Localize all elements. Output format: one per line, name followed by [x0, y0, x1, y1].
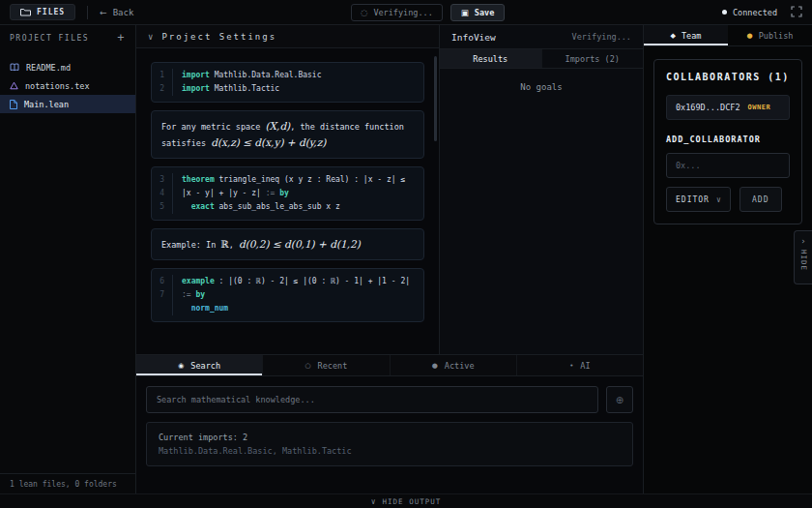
- code-text: import Mathlib.Tactic: [182, 82, 279, 96]
- add-file-button[interactable]: +: [117, 32, 126, 44]
- editor-panel: ∨ Project Settings 1import Mathlib.Data.…: [136, 25, 440, 354]
- line-number: 4: [152, 187, 173, 200]
- search-button[interactable]: ⊕: [606, 386, 633, 413]
- hide-output-label: HIDE OUTPUT: [383, 497, 442, 506]
- topbar-divider: [87, 6, 88, 19]
- infoview-status: Verifying...: [572, 32, 631, 42]
- hide-output-bar[interactable]: ∨ HIDE OUTPUT: [0, 493, 812, 508]
- team-icon: ◆: [671, 32, 676, 40]
- ai-icon: •: [569, 362, 573, 370]
- back-button[interactable]: ← Back: [100, 8, 133, 17]
- tab-label: Search: [190, 361, 220, 371]
- team-panel-content: COLLABORATORS (1) 0x169D...DCF2 OWNER AD…: [644, 46, 812, 237]
- hide-tab-label: HIDE: [799, 250, 808, 271]
- publish-icon: ●: [747, 32, 753, 40]
- prose-segment: ,: [229, 240, 239, 250]
- current-imports-box: Current imports: 2 Mathlib.Data.Real.Bas…: [146, 422, 633, 466]
- code-line: 1import Mathlib.Data.Real.Basic: [152, 69, 416, 82]
- tab-label: AI: [580, 361, 590, 371]
- code-token: import: [182, 84, 210, 93]
- line-number: 2: [152, 82, 173, 96]
- search-icon: ⊕: [616, 395, 624, 405]
- collaborator-row: 0x169D...DCF2 OWNER: [666, 95, 790, 120]
- chevron-down-icon: ∨: [148, 32, 153, 42]
- line-number: 5: [152, 200, 173, 214]
- tab-active[interactable]: ●Active: [391, 355, 517, 375]
- role-select-value: EDITOR: [676, 195, 710, 204]
- code-token: norm_num: [182, 304, 228, 313]
- file-item[interactable]: README.md: [0, 58, 135, 76]
- knowledge-tabs: ◉Search○Recent●Active•AI: [136, 355, 643, 376]
- infoview-tab-results[interactable]: Results: [440, 49, 542, 68]
- add-collaborator-button[interactable]: ADD: [740, 187, 782, 212]
- infoview-tab-imports-2-[interactable]: Imports (2): [542, 49, 644, 68]
- code-text: example : |(0 : ℝ) - 2| ≤ |(0 : ℝ) - 1| …: [182, 275, 410, 288]
- tab-recent[interactable]: ○Recent: [263, 355, 390, 375]
- hide-sidebar-tab[interactable]: › HIDE: [794, 230, 812, 284]
- code-block[interactable]: 3theorem triangle_ineq (x y z : Real) : …: [151, 166, 424, 221]
- infoview-tabs: ResultsImports (2): [440, 49, 643, 69]
- prose-segment: (X,d): [265, 120, 290, 132]
- code-token: :=: [266, 189, 276, 197]
- tab-search[interactable]: ◉Search: [136, 355, 263, 375]
- code-token: Mathlib.Data.Real.Basic: [210, 71, 322, 79]
- verifying-button[interactable]: ◌ Verifying...: [351, 4, 443, 21]
- code-line: 2import Mathlib.Tactic: [152, 82, 416, 96]
- infoview-title: InfoView: [451, 32, 496, 43]
- code-text: exact abs_sub_abs_le_abs_sub x z: [182, 200, 340, 214]
- tab-label: Active: [445, 361, 475, 371]
- infoview-header: InfoView Verifying...: [440, 25, 643, 49]
- tab-ai[interactable]: •AI: [517, 355, 643, 375]
- tab-label: Team: [682, 31, 701, 41]
- collaborator-address: 0x169D...DCF2: [676, 103, 740, 112]
- line-number: 1: [152, 69, 173, 82]
- prose-segment: d(0,2) ≤ d(0,1) + d(1,2): [239, 238, 361, 250]
- code-block[interactable]: 1import Mathlib.Data.Real.Basic2import M…: [151, 62, 424, 103]
- role-select[interactable]: EDITOR ∨: [666, 187, 731, 212]
- app-window: FILES ← Back ◌ Verifying... ▣ Save Conne…: [0, 0, 812, 508]
- spinner-icon: ◌: [361, 8, 367, 17]
- tab-label: Publish: [759, 31, 794, 41]
- code-line: 7:= by: [152, 288, 416, 302]
- code-token: : |(0 : ℝ) - 2| ≤ |(0 : ℝ) - 1| + |1 - 2…: [215, 277, 410, 285]
- center-column: ∨ Project Settings 1import Mathlib.Data.…: [136, 25, 643, 493]
- verifying-label: Verifying...: [373, 8, 432, 17]
- files-button-label: FILES: [37, 8, 65, 16]
- code-line: 4|x - y| + |y - z| := by: [152, 187, 416, 200]
- editor-scrollbar[interactable]: [434, 56, 437, 141]
- tab-publish[interactable]: ●Publish: [728, 25, 812, 45]
- file-item[interactable]: Main.lean: [0, 95, 135, 113]
- connected-label: Connected: [733, 8, 777, 17]
- prose-block: For any metric space (X,d), the distance…: [151, 110, 424, 159]
- save-icon: ▣: [461, 8, 469, 17]
- editor-content[interactable]: 1import Mathlib.Data.Real.Basic2import M…: [136, 48, 439, 354]
- files-button[interactable]: FILES: [10, 4, 75, 20]
- code-token: :=: [182, 290, 191, 299]
- file-item[interactable]: notations.tex: [0, 76, 135, 95]
- line-number: 7: [152, 288, 173, 302]
- active-icon: ●: [432, 362, 438, 370]
- save-button[interactable]: ▣ Save: [450, 4, 506, 21]
- infoview-panel: InfoView Verifying... ResultsImports (2)…: [440, 25, 643, 354]
- book-icon: [10, 63, 19, 72]
- code-block[interactable]: 6example : |(0 : ℝ) - 2| ≤ |(0 : ℝ) - 1|…: [151, 268, 424, 322]
- back-arrow-icon: ←: [100, 8, 107, 17]
- code-token: by: [275, 189, 288, 197]
- code-token: exact: [182, 202, 215, 211]
- imports-title: Current imports: 2: [159, 431, 621, 444]
- code-text: := by: [182, 288, 205, 302]
- code-line: 3theorem triangle_ineq (x y z : Real) : …: [152, 173, 416, 187]
- code-text: |x - y| + |y - z| := by: [182, 187, 289, 200]
- editor-blocks: 1import Mathlib.Data.Real.Basic2import M…: [151, 62, 424, 322]
- code-token: by: [191, 290, 205, 299]
- project-files-sidebar: PROJECT FILES + README.mdnotations.texMa…: [0, 25, 136, 493]
- fullscreen-icon[interactable]: [791, 3, 802, 21]
- editor-title: Project Settings: [161, 32, 276, 42]
- prose-segment: d(x,z) ≤ d(x,y) + d(y,z): [211, 136, 326, 148]
- team-panel: ◆Team●Publish COLLABORATORS (1) 0x169D..…: [643, 25, 812, 493]
- search-input[interactable]: [146, 386, 598, 413]
- collaborator-address-input[interactable]: [666, 153, 790, 178]
- tex-icon: [10, 81, 18, 90]
- tab-team[interactable]: ◆Team: [644, 25, 728, 45]
- editor-header[interactable]: ∨ Project Settings: [136, 25, 439, 48]
